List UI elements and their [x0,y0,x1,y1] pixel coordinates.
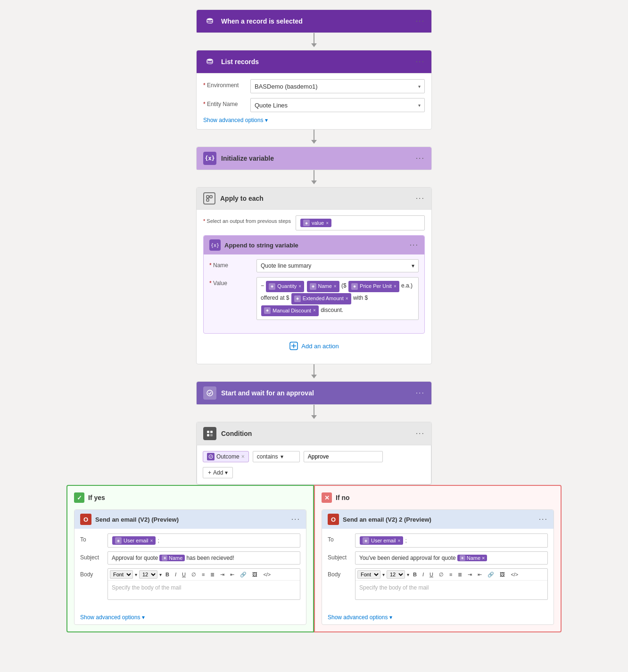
add-arrow: ▾ [225,469,228,476]
if-no-body-editor[interactable]: Font ▾ 12 ▾ B I U ∅ [355,568,548,600]
value-token-remove[interactable]: × [326,221,329,226]
when-record-card: When a record is selected ··· [196,9,432,33]
extended-amount-token: ◈ Extended Amount × [291,293,351,304]
no-code-btn[interactable]: </> [509,571,520,578]
outcome-icon [207,453,215,460]
if-yes-subject-row: Subject Approval for quote ◈ Name has be… [80,551,300,565]
if-yes-to-row: To ◈ User email × ; [80,533,300,548]
no-underline-btn[interactable]: U [428,571,435,578]
if-yes-email-menu[interactable]: ··· [291,515,300,524]
no-italic-btn[interactable]: I [421,571,426,578]
contains-select[interactable]: contains ▾ [253,451,300,462]
approval-menu[interactable]: ··· [416,389,425,397]
when-record-icon [203,15,216,28]
if-no-font-select[interactable]: Font [357,570,380,579]
add-condition-button[interactable]: + Add ▾ [203,467,233,478]
no-font-dropdown-arrow: ▾ [382,572,385,577]
append-menu[interactable]: ··· [410,241,419,249]
approval-icon [203,386,216,400]
yes-icon: ✓ [74,492,84,503]
approval-card: Start and wait for an approval ··· [196,381,432,405]
if-no-to-input[interactable]: ◈ User email × ; [355,533,548,548]
if-no-size-select[interactable]: 12 [387,570,405,579]
condition-row: Outcome × contains ▾ [203,451,425,462]
no-link-btn[interactable]: 🔗 [486,571,496,578]
when-record-header: When a record is selected ··· [197,10,431,33]
if-yes-adv-chevron: ▾ [142,614,145,621]
when-record-title: When a record is selected [221,17,303,25]
outcome-remove[interactable]: × [241,453,245,460]
if-no-email-menu[interactable]: ··· [539,515,548,524]
list-records-menu[interactable]: ··· [416,57,425,66]
svg-rect-10 [210,431,213,433]
if-no-show-advanced[interactable]: Show advanced options ▾ [322,608,554,624]
if-no-subject-input[interactable]: You've been denied approval for quote ◈ … [355,551,548,565]
no-numbers-btn[interactable]: ≣ [456,571,464,578]
link-btn[interactable]: 🔗 [238,571,248,578]
image-btn[interactable]: 🖼 [250,571,259,578]
list-records-show-advanced[interactable]: Show advanced options ▾ [203,117,425,123]
environment-label: Environment [203,79,246,89]
environment-input[interactable]: BASDemo (basdemo1) ▾ [250,79,425,93]
code-btn[interactable]: </> [261,571,273,578]
no-indent-btn[interactable]: ⇥ [466,571,474,578]
italic-btn[interactable]: I [173,571,178,578]
if-yes-email-body: To ◈ User email × ; Subject [74,529,306,608]
bottom-split: ✓ If yes O Send an email (V2) (Preview) … [66,485,562,632]
name-select[interactable]: Quote line summary ▾ [256,259,419,272]
no-outdent-btn[interactable]: ⇤ [476,571,484,578]
select-output-area[interactable]: ◈ value × [296,215,425,230]
add-action-button[interactable]: Add an action [203,334,425,358]
if-no-body-placeholder[interactable]: Specify the body of the mail [355,581,547,599]
if-no-subject-row: Subject You've been denied approval for … [328,551,548,565]
if-yes-body-editor[interactable]: Font ▾ 12 ▾ B I U ∅ [107,568,300,600]
indent-btn[interactable]: ⇥ [218,571,226,578]
size-dropdown-arrow: ▾ [159,572,162,577]
init-variable-menu[interactable]: ··· [416,154,425,163]
approve-input[interactable] [304,451,383,462]
no-image-btn[interactable]: 🖼 [498,571,507,578]
apply-each-menu[interactable]: ··· [416,194,425,203]
init-variable-card: {x} Initialize variable ··· [196,147,432,170]
value-field[interactable]: − ◈ Quantity × ◈ Name × ($ [256,277,419,320]
if-no-to-row: To ◈ User email × ; [328,533,548,548]
select-output-row: Select an output from previous steps ◈ v… [203,215,425,230]
if-yes-outlook-icon: O [80,514,91,525]
add-row: + Add ▾ [203,467,425,478]
name-token: ◈ Name × [307,281,339,292]
if-yes-body-placeholder[interactable]: Specify the body of the mail [108,581,300,599]
condition-menu[interactable]: ··· [416,429,425,438]
when-record-menu[interactable]: ··· [416,17,425,25]
if-yes-subject-input[interactable]: Approval for quote ◈ Name has been recie… [107,551,300,565]
if-no-panel: ✕ If no O Send an email (V2) 2 (Preview)… [314,485,562,632]
if-yes-name-chip: ◈ Name [159,555,185,561]
outdent-btn[interactable]: ⇤ [228,571,236,578]
bold-btn[interactable]: B [164,571,171,578]
if-yes-to-input[interactable]: ◈ User email × ; [107,533,300,548]
if-yes-show-advanced[interactable]: Show advanced options ▾ [74,608,306,624]
no-bullets-btn[interactable]: ≡ [447,571,454,578]
arrow-1 [311,33,317,50]
svg-point-13 [209,455,213,459]
apply-each-card: Apply to each ··· Select an output from … [196,187,432,364]
if-yes-header: ✓ If yes [74,492,306,503]
if-yes-size-select[interactable]: 12 [139,570,157,579]
no-slash-btn[interactable]: ∅ [437,571,446,578]
append-string-card: {x} Append to string variable ··· Name Q… [203,235,425,334]
value-field-label: Value [209,277,252,287]
no-bold-btn[interactable]: B [411,571,419,578]
entity-input[interactable]: Quote Lines ▾ [250,98,425,112]
if-yes-font-select[interactable]: Font [110,570,133,579]
slash-btn[interactable]: ∅ [190,571,198,578]
numbers-btn[interactable]: ≣ [208,571,216,578]
if-no-toolbar: Font ▾ 12 ▾ B I U ∅ [355,569,547,581]
svg-rect-11 [207,434,209,436]
value-token: ◈ value × [300,219,331,227]
bullets-btn[interactable]: ≡ [200,571,207,578]
apply-each-body: Select an output from previous steps ◈ v… [197,209,431,364]
if-no-adv-chevron: ▾ [389,614,392,621]
svg-point-0 [207,18,213,21]
if-yes-email-title: Send an email (V2) (Preview) [95,516,179,523]
underline-btn[interactable]: U [180,571,188,578]
if-no-email-body: To ◈ User email × ; Subject [322,529,554,608]
